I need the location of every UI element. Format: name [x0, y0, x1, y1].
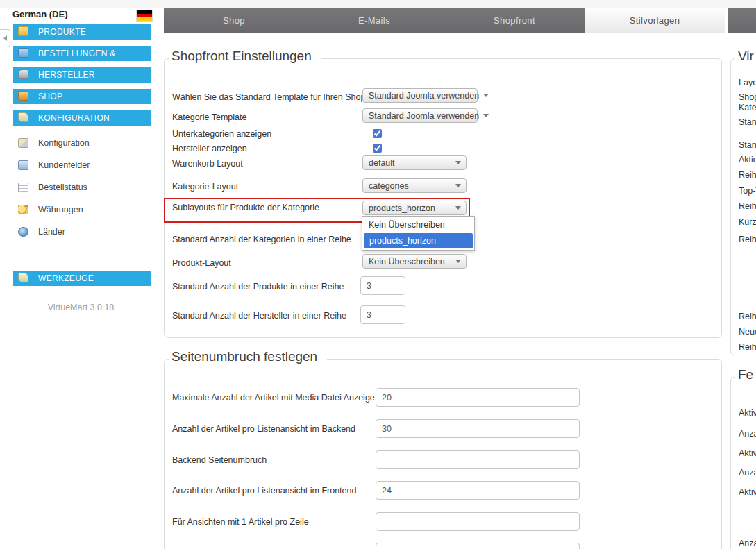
- field-label: Hersteller anzeigen: [172, 144, 247, 153]
- max-media-articles-input[interactable]: [376, 388, 580, 407]
- backend-list-count-input[interactable]: [376, 419, 580, 438]
- chevron-left-icon: [3, 35, 7, 41]
- field-label: Stand: [739, 117, 756, 127]
- top-strip: [0, 0, 756, 8]
- dropdown-option[interactable]: Kein Überschreiben: [363, 217, 473, 233]
- shopfront-settings-title: Shopfront Einstellungen: [169, 49, 321, 64]
- sidebar-item-label: Währungen: [38, 205, 83, 214]
- sidebar-item-bestellungen[interactable]: BESTELLUNGEN &: [13, 46, 151, 61]
- product-layout-select[interactable]: Kein Überschreiben: [362, 254, 467, 269]
- right-feed-title: Fe: [735, 367, 756, 382]
- show-subcategories-checkbox[interactable]: [373, 129, 382, 138]
- field-label: Reihe: [739, 312, 756, 321]
- sidebar-item-laender[interactable]: Länder: [13, 225, 151, 239]
- field-label: Reihe: [739, 235, 756, 244]
- sidebar-item-kundenfelder[interactable]: Kundenfelder: [13, 158, 151, 172]
- category-sublayout-select[interactable]: products_horizon: [362, 201, 467, 215]
- sidebar-item-produkte[interactable]: PRODUKTE: [13, 24, 151, 40]
- sidebar-item-konfiguration[interactable]: Konfiguration: [13, 136, 151, 150]
- tab-label: E-Mails: [358, 15, 390, 26]
- order-status-icon: [18, 183, 28, 192]
- backend-pagination-input[interactable]: [376, 450, 580, 469]
- field-label: Anza: [739, 468, 756, 478]
- field-label: Wählen Sie das Standard Template für Ihr…: [172, 92, 365, 102]
- category-template-select[interactable]: Standard Joomla verwenden: [362, 108, 478, 123]
- one-per-row-input[interactable]: [376, 512, 580, 531]
- globe-icon: [18, 227, 28, 237]
- sidebar-item-label: Bestellstatus: [38, 183, 87, 192]
- show-manufacturers-checkbox[interactable]: [373, 144, 382, 153]
- field-label: Layou: [739, 78, 756, 87]
- sidebar-item-werkzeuge[interactable]: WERKZEUGE: [13, 271, 151, 286]
- right-feed-panel: Fe Aktivi Anza Aktivi Anza Aktivi Anza: [730, 377, 756, 549]
- tools-icon: [18, 112, 28, 122]
- field-label: Produkt-Layout: [172, 258, 231, 268]
- dropdown-option-selected[interactable]: products_horizon: [364, 233, 473, 248]
- customer-fields-icon: [18, 160, 28, 170]
- chevron-down-icon: [455, 206, 461, 210]
- sidebar-item-label: HERSTELLER: [38, 70, 95, 80]
- field-label: Anza: [739, 539, 756, 548]
- sidebar-item-label: WERKZEUGE: [38, 273, 94, 283]
- field-label: Backend Seitenumbruch: [172, 455, 267, 465]
- category-layout-select[interactable]: categories: [362, 178, 467, 193]
- tab-label: Shop: [223, 15, 245, 26]
- default-template-select[interactable]: Standard Joomla verwenden: [362, 88, 478, 103]
- field-label: Für Ansichten mit 1 Artikel pro Zeile: [172, 517, 309, 527]
- field-label: Shop: [739, 92, 756, 102]
- field-label: Standard Anzahl der Produkte in einer Re…: [172, 282, 344, 292]
- field-label: Aktivi: [739, 408, 756, 418]
- field-label: Unterkategorien anzeigen: [172, 129, 271, 139]
- sublayout-dropdown-list: Kein Überschreiben products_horizon: [362, 216, 475, 251]
- sidebar-item-shop[interactable]: SHOP: [13, 89, 151, 104]
- sidebar-item-label: SHOP: [38, 92, 62, 101]
- select-value: Standard Joomla verwenden: [369, 111, 479, 121]
- partial-bottom-input[interactable]: [376, 543, 580, 549]
- tab-partial[interactable]: [728, 8, 756, 33]
- sidebar-divider: [162, 8, 162, 549]
- tab-emails[interactable]: E-Mails: [304, 8, 444, 33]
- field-label: Aktivi: [739, 448, 756, 458]
- chevron-down-icon: [455, 260, 461, 263]
- field-label: Kürzl: [739, 217, 756, 227]
- manufacturers-per-row-input[interactable]: [360, 305, 405, 324]
- tab-label: Shopfront: [494, 15, 535, 26]
- select-value: default: [369, 158, 395, 168]
- field-label: Reihe: [739, 170, 756, 180]
- cart-layout-select[interactable]: default: [362, 155, 467, 170]
- field-label: Sublayouts für Produkte der Kategorie: [172, 203, 319, 212]
- sidebar-item-waehrungen[interactable]: Währungen: [13, 203, 151, 217]
- field-label: Neue: [739, 327, 756, 337]
- pagination-title: Seitenumbruch festlegen: [169, 349, 327, 364]
- sidebar-item-hersteller[interactable]: HERSTELLER: [13, 67, 151, 83]
- tab-shopfront[interactable]: Shopfront: [444, 8, 585, 33]
- products-per-row-input[interactable]: [360, 276, 405, 295]
- tools-icon: [18, 273, 28, 282]
- sidebar-item-bestellstatus[interactable]: Bestellstatus: [13, 180, 151, 194]
- language-label: German (DE): [12, 9, 67, 19]
- tab-stilvorlagen[interactable]: Stilvorlagen: [585, 8, 725, 33]
- select-value: Standard Joomla verwenden: [369, 91, 479, 101]
- field-label: Stand: [739, 140, 756, 150]
- sidebar-item-label: Kundenfelder: [38, 160, 90, 170]
- field-label: Aktio: [739, 155, 756, 164]
- products-icon: [18, 26, 28, 36]
- field-label: Reihe: [739, 342, 756, 352]
- field-label: Warenkorb Layout: [172, 159, 243, 169]
- version-text: VirtueMart 3.0.18: [0, 303, 162, 312]
- field-label: Standard Anzahl der Kategorien in einer …: [172, 235, 351, 244]
- sidebar-item-label: KONFIGURATION: [38, 113, 110, 123]
- sidebar-item-label: Konfiguration: [38, 138, 90, 148]
- field-label: Reihe: [739, 201, 756, 211]
- select-value: Kein Überschreiben: [369, 257, 445, 267]
- chevron-down-icon: [455, 184, 461, 187]
- field-label: Maximale Anzahl der Artikel mit Media Da…: [172, 393, 375, 403]
- tab-shop[interactable]: Shop: [164, 8, 304, 33]
- field-label: Anzahl der Artikel pro Listenansicht im …: [172, 424, 355, 434]
- chevron-down-icon: [455, 161, 461, 164]
- frontend-list-count-input[interactable]: [376, 481, 580, 500]
- field-label: Top-T: [739, 186, 756, 196]
- sidebar-collapse-handle[interactable]: [0, 29, 10, 47]
- sidebar-item-konfiguration-group[interactable]: KONFIGURATION: [13, 110, 151, 126]
- tab-label: Stilvorlagen: [630, 15, 680, 26]
